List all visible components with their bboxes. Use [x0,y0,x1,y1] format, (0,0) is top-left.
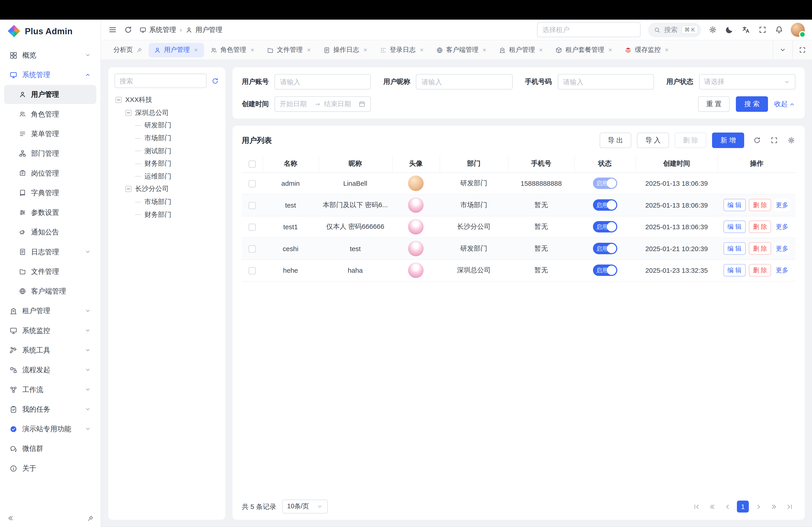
more-button[interactable]: 更多 [774,264,790,276]
reset-button[interactable]: 重 置 [698,96,730,112]
breadcrumb-item[interactable]: 系统管理 [140,25,176,34]
sidebar-item-system[interactable]: 系统管理 [4,65,96,84]
last-page-button[interactable] [784,501,796,513]
next-page-button[interactable] [752,501,765,513]
more-button[interactable]: 更多 [774,242,790,255]
sidebar-collapse-icon[interactable] [7,515,14,522]
tab-client[interactable]: 客户端管理 [431,43,492,57]
breadcrumb-item[interactable]: 用户管理 [186,25,222,34]
tab-tenant[interactable]: 租户管理 [494,43,549,57]
first-page-button[interactable] [690,501,702,513]
row-checkbox[interactable] [249,267,256,274]
sidebar-item-param[interactable]: 参数设置 [4,203,96,222]
tree-node[interactable]: 测试部门 [114,145,219,157]
tab-tenant-package[interactable]: 租户套餐管理 [550,43,618,57]
close-icon[interactable] [607,47,613,53]
menu-collapse-icon[interactable] [108,26,117,34]
more-button[interactable]: 更多 [774,221,790,233]
collapse-toggle-icon[interactable] [115,97,122,103]
tab-file[interactable]: 文件管理 [261,43,317,57]
add-button[interactable]: 新 增 [712,133,744,148]
sidebar-item-post[interactable]: 岗位管理 [4,164,96,183]
user-status-select[interactable]: 请选择 [699,74,796,90]
row-checkbox[interactable] [249,202,256,209]
content-fullscreen-button[interactable] [792,40,812,60]
sidebar-item-file[interactable]: 文件管理 [4,262,96,281]
tree-node[interactable]: 运维部门 [114,170,219,183]
collapse-toggle-icon[interactable] [126,110,132,116]
close-icon[interactable] [419,47,424,53]
tab-redis[interactable]: 缓存监控 [619,43,675,57]
edit-button[interactable]: 编 辑 [723,221,746,233]
sidebar-pin-icon[interactable] [87,515,94,522]
global-search[interactable]: 搜索 ⌘ K [648,22,701,37]
close-icon[interactable] [306,47,311,53]
tree-node[interactable]: 研发部门 [114,119,219,132]
tree-node[interactable]: XXX科技 [114,94,219,106]
export-button[interactable]: 导 出 [599,133,631,148]
collapse-toggle-icon[interactable] [126,186,132,193]
tab-operation-log[interactable]: 操作日志 [318,43,373,57]
status-toggle[interactable]: 启用 [593,265,617,276]
close-icon[interactable] [538,47,543,53]
status-toggle[interactable]: 启用 [593,178,617,189]
sidebar-item-flow[interactable]: 流程发起 [4,360,96,379]
sidebar-item-wechat[interactable]: 微信群 [4,439,96,458]
settings-icon[interactable] [709,26,717,34]
edit-button[interactable]: 编 辑 [723,264,746,276]
row-checkbox[interactable] [249,245,256,253]
row-checkbox[interactable] [249,180,256,187]
tenant-select[interactable] [537,22,640,37]
delete-button[interactable]: 删 除 [749,242,771,255]
tree-node[interactable]: 深圳总公司 [114,106,219,119]
delete-button[interactable]: 删 除 [749,264,771,276]
close-icon[interactable] [249,47,255,53]
tree-node[interactable]: 长沙分公司 [114,183,219,195]
row-checkbox[interactable] [249,224,256,231]
tree-node[interactable]: 市场部门 [114,196,219,208]
sidebar-item-about[interactable]: 关于 [4,459,96,478]
edit-button[interactable]: 编 辑 [723,199,746,211]
phone-number-input[interactable] [557,74,654,90]
jump-prev-button[interactable] [706,501,718,513]
column-settings-icon[interactable] [787,136,796,145]
sidebar-item-user[interactable]: 用户管理 [4,85,96,104]
table-fullscreen-icon[interactable] [770,136,778,145]
page-size-select[interactable]: 10条/页 [282,499,328,513]
sidebar-item-workflow[interactable]: 工作流 [4,380,96,399]
tree-refresh-icon[interactable] [211,77,219,85]
more-button[interactable]: 更多 [774,199,790,211]
sidebar-item-client[interactable]: 客户端管理 [4,282,96,301]
close-icon[interactable] [664,47,669,53]
status-toggle[interactable]: 启用 [593,199,617,211]
app-logo[interactable]: Plus Admin [0,20,100,42]
sidebar-item-notice[interactable]: 通知公告 [4,223,96,242]
status-toggle[interactable]: 启用 [593,243,617,254]
sidebar-item-menu[interactable]: 菜单管理 [4,124,96,144]
tab-login-log[interactable]: 登录日志 [374,43,430,57]
tree-node[interactable]: 财务部门 [114,208,219,221]
notification-icon[interactable] [775,26,784,34]
prev-page-button[interactable] [721,501,733,513]
refresh-icon[interactable] [124,26,133,34]
sidebar-item-task[interactable]: 我的任务 [4,400,96,419]
user-nickname-input[interactable] [416,74,512,90]
edit-button[interactable]: 编 辑 [723,242,746,255]
sidebar-item-monitor[interactable]: 系统监控 [4,321,96,340]
collapse-filters-link[interactable]: 收起 [774,100,795,109]
tab-list-button[interactable] [772,40,792,60]
delete-button[interactable]: 删 除 [749,221,771,233]
select-all-checkbox[interactable] [248,160,256,167]
tab-role[interactable]: 角色管理 [205,43,260,57]
delete-button[interactable]: 删 除 [675,133,707,148]
pin-icon[interactable] [136,47,142,53]
fullscreen-icon[interactable] [758,26,767,34]
sidebar-item-dict[interactable]: 字典管理 [4,183,96,202]
delete-button[interactable]: 删 除 [749,199,771,211]
create-time-range-picker[interactable]: 开始日期 结束日期 [275,96,371,112]
import-button[interactable]: 导 入 [637,133,669,148]
dark-mode-icon[interactable] [725,26,734,34]
sidebar-item-department[interactable]: 部门管理 [4,144,96,163]
tree-search-input[interactable] [114,74,207,88]
language-icon[interactable] [742,26,751,34]
